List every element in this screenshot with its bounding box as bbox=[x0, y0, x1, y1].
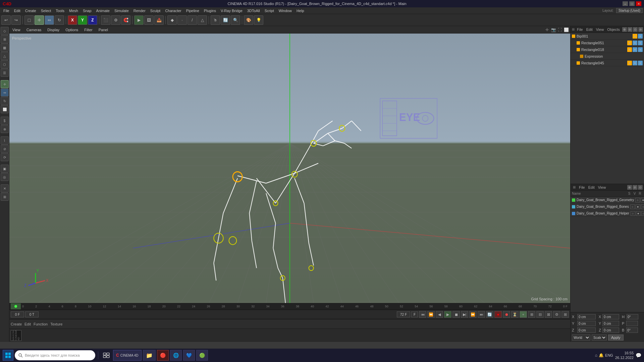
vp-menu-view[interactable]: View bbox=[11, 27, 22, 33]
menu-select[interactable]: Select bbox=[39, 8, 53, 13]
sidebar-btn-3[interactable]: ▦ bbox=[1, 44, 9, 52]
tl-menu-create[interactable]: Create bbox=[9, 322, 23, 326]
obj-icon-3-rect018[interactable]: ● bbox=[638, 47, 643, 52]
scene-item-bones[interactable]: Dairy_Goat_Brown_Rigged_Bones ○ ● ○ bbox=[571, 203, 644, 210]
menu-simulate[interactable]: Simulate bbox=[112, 8, 131, 13]
scene-item-helper[interactable]: Dairy_Goat_Brown_Rigged_Helper ○ ● ○ bbox=[571, 210, 644, 217]
tool-live[interactable]: ⚙ bbox=[111, 15, 120, 25]
scene-icon-2[interactable]: ⊘ bbox=[633, 185, 637, 190]
prev-frame-button[interactable]: ◀ bbox=[436, 311, 443, 318]
record-button[interactable]: ● bbox=[494, 311, 502, 318]
objects-menu-objects[interactable]: Objects bbox=[606, 27, 621, 32]
obj-toolbar-icon-4[interactable]: ⊚ bbox=[638, 27, 643, 32]
sidebar-btn-scale[interactable]: ⇔ bbox=[1, 88, 9, 97]
taskbar-app-red[interactable]: 🔴 bbox=[157, 350, 169, 361]
apply-button[interactable]: Apply bbox=[608, 335, 624, 341]
scene-lock-geometry[interactable]: ● bbox=[641, 198, 644, 202]
vp-icon-fullscreen[interactable]: ⛶ bbox=[557, 27, 562, 33]
objects-menu-view[interactable]: View bbox=[595, 27, 605, 32]
tl-menu-function[interactable]: Function bbox=[32, 322, 49, 326]
key-all-button[interactable]: ⊠ bbox=[545, 311, 552, 318]
stop-button[interactable]: ◼ bbox=[452, 311, 460, 318]
sidebar-btn-6[interactable]: ☰ bbox=[1, 69, 9, 77]
task-view-button[interactable] bbox=[101, 350, 112, 361]
obj-icon-1-rect045[interactable]: ● bbox=[627, 61, 632, 65]
vp-menu-panel[interactable]: Panel bbox=[97, 27, 110, 33]
search-bar[interactable]: Введите здесь текст для поиска bbox=[15, 350, 95, 360]
menu-file[interactable]: File bbox=[1, 8, 11, 13]
undo-button[interactable]: ↩ bbox=[1, 15, 11, 25]
scene-icon-1[interactable]: ⊕ bbox=[627, 185, 632, 190]
light-button[interactable]: 💡 bbox=[254, 15, 263, 25]
sidebar-btn-select[interactable]: ⬜ bbox=[1, 105, 9, 113]
sidebar-btn-snap[interactable]: ⊕ bbox=[1, 125, 9, 133]
current-frame-field[interactable] bbox=[11, 311, 24, 317]
menu-pipeline[interactable]: Pipeline bbox=[184, 8, 201, 13]
object-mode[interactable]: ◆ bbox=[167, 15, 177, 25]
key-add-button[interactable]: + bbox=[520, 311, 527, 318]
sidebar-btn-a[interactable]: ⌇ bbox=[1, 136, 9, 144]
coord-space-dropdown[interactable]: World Local Object bbox=[572, 335, 590, 341]
edge-mode[interactable]: / bbox=[187, 15, 197, 25]
next-frame-button[interactable]: ▶| bbox=[461, 311, 468, 318]
vp-icon-maximize[interactable]: ⬜ bbox=[564, 27, 569, 33]
fps-field[interactable] bbox=[397, 311, 410, 317]
vp-icon-move[interactable]: ✛ bbox=[544, 27, 550, 33]
coord-h-field[interactable] bbox=[627, 314, 638, 319]
sidebar-btn-shader[interactable]: ◎ bbox=[1, 173, 9, 181]
scene-item-geometry[interactable]: Dairy_Goat_Brown_Rigged_Geometry ○ ● ○ bbox=[571, 197, 644, 203]
obj-icon-3-rect051[interactable]: ● bbox=[638, 41, 643, 45]
sidebar-btn-x[interactable]: ✕ bbox=[1, 184, 9, 192]
objects-menu-edit[interactable]: Edit bbox=[585, 27, 594, 32]
menu-render[interactable]: Render bbox=[131, 8, 148, 13]
scene-lock-helper[interactable]: ● bbox=[636, 211, 641, 216]
auto-key-button[interactable]: ⏺ bbox=[503, 311, 510, 318]
render-preview[interactable]: ▶ bbox=[134, 15, 144, 25]
scene-vis-geometry[interactable]: ○ bbox=[635, 198, 640, 202]
sidebar-btn-rotate[interactable]: ↻ bbox=[1, 97, 9, 105]
go-to-start-button[interactable]: ⏮ bbox=[419, 311, 426, 318]
menu-mesh[interactable]: Mesh bbox=[67, 8, 80, 13]
coord-b-field[interactable] bbox=[626, 327, 638, 333]
redo-button[interactable]: ↪ bbox=[11, 15, 21, 25]
taskbar-app-c4d[interactable]: C CINEMA 4D bbox=[113, 350, 142, 361]
scene-render-bones[interactable]: ○ bbox=[641, 204, 644, 209]
taskbar-app-blue[interactable]: 💙 bbox=[183, 350, 195, 361]
vp-menu-display[interactable]: Display bbox=[46, 27, 61, 33]
taskbar-app-green[interactable]: 🟢 bbox=[196, 350, 208, 361]
scene-lock-bones[interactable]: ● bbox=[636, 204, 640, 209]
obj-item-bip001[interactable]: Bip001 ● ● bbox=[571, 33, 644, 40]
sidebar-btn-c[interactable]: ⟳ bbox=[1, 153, 9, 161]
menu-sculpt[interactable]: Sculpt bbox=[148, 8, 163, 13]
taskbar-app-explorer[interactable]: 📁 bbox=[143, 350, 156, 361]
sidebar-btn-grid[interactable]: ⊞ bbox=[1, 193, 9, 201]
move-tool-button[interactable]: ✛ bbox=[35, 15, 44, 25]
vp-menu-options[interactable]: Options bbox=[64, 27, 80, 33]
tool-snap[interactable]: 🧲 bbox=[121, 15, 130, 25]
coord-z-field[interactable] bbox=[577, 327, 596, 333]
scale-view[interactable]: 🔍 bbox=[231, 15, 240, 25]
menu-script[interactable]: Script bbox=[263, 8, 276, 13]
mat-manager[interactable]: 🎨 bbox=[244, 15, 253, 25]
notification-icon[interactable]: 💬 bbox=[636, 353, 641, 358]
obj-icon-1-rect051[interactable]: ● bbox=[627, 41, 632, 45]
menu-snap[interactable]: Snap bbox=[81, 8, 94, 13]
obj-icon-2-rect051[interactable]: ● bbox=[633, 41, 637, 45]
step-back-button[interactable]: ⏪ bbox=[427, 311, 435, 318]
obj-icon-3-rect045[interactable]: ● bbox=[638, 61, 643, 65]
menu-edit[interactable]: Edit bbox=[12, 8, 22, 13]
sidebar-btn-5[interactable]: ⬡ bbox=[1, 60, 9, 68]
3d-viewport[interactable]: X Y Z bbox=[9, 34, 570, 303]
obj-item-rect018[interactable]: Rectangle018 ● ● ● bbox=[571, 46, 644, 53]
coord-y2-field[interactable] bbox=[602, 321, 619, 326]
sidebar-btn-mat[interactable]: ▣ bbox=[1, 165, 9, 173]
sidebar-btn-4[interactable]: △ bbox=[1, 52, 9, 60]
vp-menu-cameras[interactable]: Cameras bbox=[25, 27, 43, 33]
menu-plugins[interactable]: Plugins bbox=[202, 8, 218, 13]
menu-animate[interactable]: Animate bbox=[94, 8, 112, 13]
move-view[interactable]: 🖱 bbox=[211, 15, 220, 25]
rotate-view[interactable]: 🔄 bbox=[221, 15, 230, 25]
tl-menu-texture[interactable]: Texture bbox=[49, 322, 64, 326]
render-to-po[interactable]: 📤 bbox=[154, 15, 164, 25]
obj-icon-1-rect018[interactable]: ● bbox=[627, 47, 632, 52]
